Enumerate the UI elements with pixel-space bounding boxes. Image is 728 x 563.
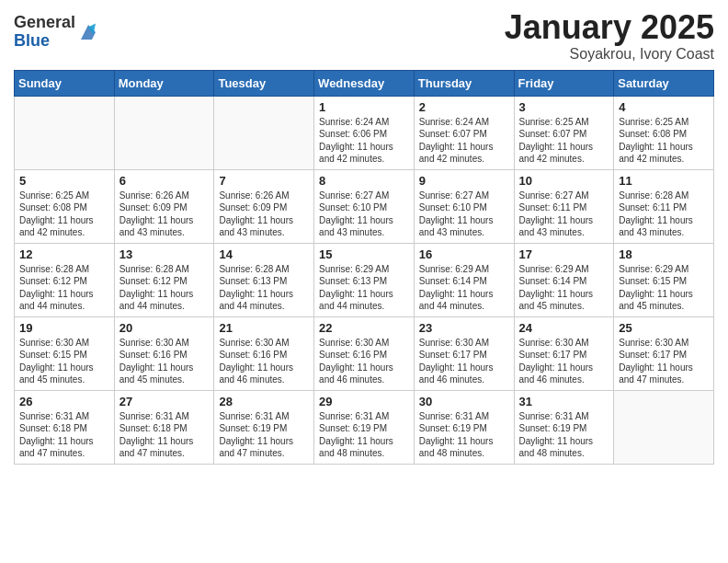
day-number: 8 (319, 174, 409, 188)
day-number: 19 (19, 321, 109, 335)
calendar-cell: 6Sunrise: 6:26 AM Sunset: 6:09 PM Daylig… (114, 169, 214, 243)
day-info: Sunrise: 6:25 AM Sunset: 6:08 PM Dayligh… (619, 116, 709, 166)
calendar-table: Sunday Monday Tuesday Wednesday Thursday… (14, 70, 714, 465)
day-info: Sunrise: 6:24 AM Sunset: 6:07 PM Dayligh… (419, 116, 509, 166)
calendar-cell: 4Sunrise: 6:25 AM Sunset: 6:08 PM Daylig… (614, 96, 714, 169)
day-info: Sunrise: 6:25 AM Sunset: 6:08 PM Dayligh… (19, 190, 109, 239)
header-saturday: Saturday (614, 70, 714, 96)
calendar-cell: 21Sunrise: 6:30 AM Sunset: 6:16 PM Dayli… (214, 316, 314, 390)
day-info: Sunrise: 6:30 AM Sunset: 6:17 PM Dayligh… (419, 337, 509, 386)
calendar-cell: 11Sunrise: 6:28 AM Sunset: 6:11 PM Dayli… (614, 169, 714, 243)
calendar-cell: 29Sunrise: 6:31 AM Sunset: 6:19 PM Dayli… (314, 390, 415, 464)
calendar-cell: 20Sunrise: 6:30 AM Sunset: 6:16 PM Dayli… (114, 316, 214, 390)
header-tuesday: Tuesday (214, 70, 314, 96)
day-info: Sunrise: 6:27 AM Sunset: 6:10 PM Dayligh… (419, 190, 509, 239)
day-info: Sunrise: 6:31 AM Sunset: 6:19 PM Dayligh… (419, 410, 509, 460)
day-number: 7 (219, 174, 309, 188)
day-number: 26 (19, 395, 109, 408)
header-monday: Monday (114, 70, 214, 96)
header-wednesday: Wednesday (314, 70, 415, 96)
calendar-cell: 26Sunrise: 6:31 AM Sunset: 6:18 PM Dayli… (15, 390, 115, 464)
day-info: Sunrise: 6:27 AM Sunset: 6:11 PM Dayligh… (519, 190, 609, 239)
header: General Blue January 2025 Soyakrou, Ivor… (14, 9, 714, 63)
day-number: 9 (419, 174, 509, 188)
day-number: 3 (519, 100, 609, 114)
logo-blue: Blue (14, 31, 50, 50)
day-info: Sunrise: 6:30 AM Sunset: 6:16 PM Dayligh… (319, 337, 409, 386)
calendar-cell: 9Sunrise: 6:27 AM Sunset: 6:10 PM Daylig… (414, 169, 514, 243)
day-number: 5 (19, 174, 109, 188)
calendar-cell: 31Sunrise: 6:31 AM Sunset: 6:19 PM Dayli… (514, 390, 614, 464)
day-info: Sunrise: 6:24 AM Sunset: 6:06 PM Dayligh… (319, 116, 409, 166)
day-number: 15 (319, 247, 409, 261)
calendar-cell: 10Sunrise: 6:27 AM Sunset: 6:11 PM Dayli… (514, 169, 614, 243)
day-info: Sunrise: 6:29 AM Sunset: 6:14 PM Dayligh… (419, 263, 509, 313)
title-block: January 2025 Soyakrou, Ivory Coast (505, 9, 714, 63)
day-number: 16 (419, 247, 509, 261)
day-number: 20 (119, 321, 210, 335)
logo-text: General Blue (14, 14, 75, 51)
calendar-week-3: 12Sunrise: 6:28 AM Sunset: 6:12 PM Dayli… (15, 243, 714, 316)
day-number: 2 (419, 100, 509, 114)
calendar-subtitle: Soyakrou, Ivory Coast (505, 46, 714, 63)
day-number: 31 (519, 395, 609, 408)
calendar-cell: 28Sunrise: 6:31 AM Sunset: 6:19 PM Dayli… (214, 390, 314, 464)
calendar-cell: 16Sunrise: 6:29 AM Sunset: 6:14 PM Dayli… (414, 243, 514, 316)
day-number: 23 (419, 321, 509, 335)
calendar-week-1: 1Sunrise: 6:24 AM Sunset: 6:06 PM Daylig… (15, 96, 714, 169)
page: General Blue January 2025 Soyakrou, Ivor… (0, 0, 728, 474)
day-info: Sunrise: 6:26 AM Sunset: 6:09 PM Dayligh… (219, 190, 309, 239)
day-number: 12 (19, 247, 109, 261)
day-info: Sunrise: 6:30 AM Sunset: 6:16 PM Dayligh… (219, 337, 309, 386)
day-number: 13 (119, 247, 210, 261)
calendar-body: 1Sunrise: 6:24 AM Sunset: 6:06 PM Daylig… (15, 96, 714, 464)
calendar-week-5: 26Sunrise: 6:31 AM Sunset: 6:18 PM Dayli… (15, 390, 714, 464)
day-info: Sunrise: 6:29 AM Sunset: 6:15 PM Dayligh… (619, 263, 709, 313)
day-number: 1 (319, 100, 409, 114)
day-number: 24 (519, 321, 609, 335)
day-number: 14 (219, 247, 309, 261)
logo: General Blue (14, 14, 99, 51)
calendar-week-2: 5Sunrise: 6:25 AM Sunset: 6:08 PM Daylig… (15, 169, 714, 243)
calendar-week-4: 19Sunrise: 6:30 AM Sunset: 6:15 PM Dayli… (15, 316, 714, 390)
calendar-title: January 2025 (505, 9, 714, 46)
calendar-cell: 24Sunrise: 6:30 AM Sunset: 6:17 PM Dayli… (514, 316, 614, 390)
day-info: Sunrise: 6:27 AM Sunset: 6:10 PM Dayligh… (319, 190, 409, 239)
calendar-cell: 3Sunrise: 6:25 AM Sunset: 6:07 PM Daylig… (514, 96, 614, 169)
day-info: Sunrise: 6:31 AM Sunset: 6:19 PM Dayligh… (219, 410, 309, 460)
day-info: Sunrise: 6:31 AM Sunset: 6:18 PM Dayligh… (19, 410, 109, 460)
calendar-cell (614, 390, 714, 464)
logo-icon (77, 21, 99, 43)
calendar-cell: 17Sunrise: 6:29 AM Sunset: 6:14 PM Dayli… (514, 243, 614, 316)
calendar-cell: 2Sunrise: 6:24 AM Sunset: 6:07 PM Daylig… (414, 96, 514, 169)
header-friday: Friday (514, 70, 614, 96)
day-info: Sunrise: 6:29 AM Sunset: 6:13 PM Dayligh… (319, 263, 409, 313)
day-info: Sunrise: 6:30 AM Sunset: 6:17 PM Dayligh… (519, 337, 609, 386)
day-number: 29 (319, 395, 409, 408)
calendar-cell: 18Sunrise: 6:29 AM Sunset: 6:15 PM Dayli… (614, 243, 714, 316)
day-number: 4 (619, 100, 709, 114)
days-header-row: Sunday Monday Tuesday Wednesday Thursday… (15, 70, 714, 96)
calendar-cell: 30Sunrise: 6:31 AM Sunset: 6:19 PM Dayli… (414, 390, 514, 464)
day-info: Sunrise: 6:29 AM Sunset: 6:14 PM Dayligh… (519, 263, 609, 313)
calendar-cell: 27Sunrise: 6:31 AM Sunset: 6:18 PM Dayli… (114, 390, 214, 464)
day-number: 28 (219, 395, 309, 408)
calendar-cell: 5Sunrise: 6:25 AM Sunset: 6:08 PM Daylig… (15, 169, 115, 243)
day-number: 10 (519, 174, 609, 188)
day-info: Sunrise: 6:30 AM Sunset: 6:15 PM Dayligh… (19, 337, 109, 386)
day-info: Sunrise: 6:30 AM Sunset: 6:17 PM Dayligh… (619, 337, 709, 386)
day-number: 21 (219, 321, 309, 335)
calendar-cell: 15Sunrise: 6:29 AM Sunset: 6:13 PM Dayli… (314, 243, 415, 316)
day-info: Sunrise: 6:28 AM Sunset: 6:12 PM Dayligh… (119, 263, 210, 313)
day-info: Sunrise: 6:28 AM Sunset: 6:13 PM Dayligh… (219, 263, 309, 313)
day-number: 30 (419, 395, 509, 408)
day-info: Sunrise: 6:25 AM Sunset: 6:07 PM Dayligh… (519, 116, 609, 166)
calendar-cell: 14Sunrise: 6:28 AM Sunset: 6:13 PM Dayli… (214, 243, 314, 316)
calendar-cell: 13Sunrise: 6:28 AM Sunset: 6:12 PM Dayli… (114, 243, 214, 316)
day-info: Sunrise: 6:31 AM Sunset: 6:19 PM Dayligh… (319, 410, 409, 460)
calendar-cell: 7Sunrise: 6:26 AM Sunset: 6:09 PM Daylig… (214, 169, 314, 243)
logo-general: General (14, 13, 75, 31)
day-info: Sunrise: 6:26 AM Sunset: 6:09 PM Dayligh… (119, 190, 210, 239)
day-number: 22 (319, 321, 409, 335)
day-info: Sunrise: 6:28 AM Sunset: 6:12 PM Dayligh… (19, 263, 109, 313)
